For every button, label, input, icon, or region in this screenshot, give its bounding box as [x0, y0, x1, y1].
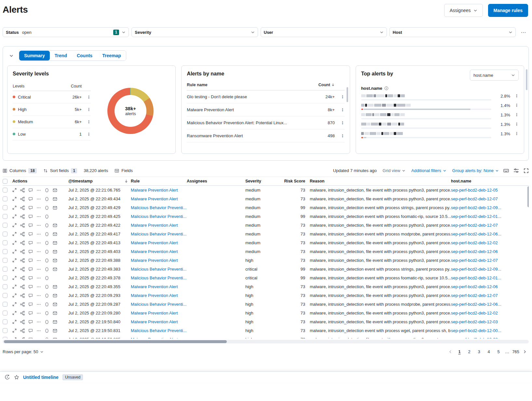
- row-menu-icon[interactable]: ⋮: [87, 109, 91, 111]
- analyzer-icon[interactable]: [20, 214, 25, 219]
- row-checkbox[interactable]: [3, 240, 7, 245]
- page-button-3[interactable]: 3: [475, 347, 483, 356]
- expand-alert-icon[interactable]: [12, 328, 17, 333]
- expand-alert-icon[interactable]: [12, 188, 17, 192]
- chart-tab[interactable]: Counts: [72, 51, 97, 60]
- col-severity[interactable]: Severity: [245, 179, 281, 183]
- comment-icon[interactable]: [28, 241, 33, 245]
- reason-cell[interactable]: malware, intrusion_detection, file event…: [310, 196, 451, 201]
- row-checkbox[interactable]: [3, 311, 7, 315]
- severity-filter[interactable]: Severity: [131, 27, 258, 37]
- expand-alert-icon[interactable]: [12, 302, 17, 306]
- session-view-icon[interactable]: [45, 258, 49, 263]
- host-link[interactable]: sep-perf-bcd2-deb-12-03: [451, 319, 498, 324]
- row-checkbox[interactable]: [3, 284, 7, 289]
- row-checkbox[interactable]: [3, 196, 7, 201]
- expand-alert-icon[interactable]: [12, 241, 17, 245]
- row-menu-icon[interactable]: ⋮: [341, 96, 345, 98]
- col-timestamp[interactable]: @timestamp: [68, 179, 131, 183]
- host-link[interactable]: sep-perf-bcd2-deb-12-00...: [451, 328, 501, 333]
- analyzer-icon[interactable]: [20, 206, 25, 210]
- comment-icon[interactable]: [28, 267, 33, 272]
- analyzer-icon[interactable]: [20, 197, 25, 201]
- analyzer-icon[interactable]: [20, 337, 25, 339]
- page-button-4[interactable]: 4: [484, 347, 493, 356]
- host-link[interactable]: sep-perf-bcd2-deb-12-07: [451, 196, 498, 201]
- row-checkbox[interactable]: [3, 275, 7, 280]
- additional-filters-button[interactable]: Additional filters: [411, 168, 446, 173]
- row-checkbox[interactable]: [3, 293, 7, 298]
- session-view-icon[interactable]: [45, 206, 49, 210]
- row-menu-icon[interactable]: ⋮: [341, 109, 345, 111]
- rule-link[interactable]: Malware Prevention Alert: [131, 319, 178, 324]
- fullscreen-icon[interactable]: [524, 168, 529, 173]
- comment-icon[interactable]: [28, 320, 33, 324]
- expand-alert-icon[interactable]: [12, 206, 17, 210]
- reason-cell[interactable]: malware, intrusion_detection event with …: [310, 275, 451, 280]
- reason-cell[interactable]: malware, intrusion_detection event with …: [310, 232, 451, 236]
- more-actions-icon[interactable]: [36, 328, 41, 333]
- reason-cell[interactable]: malware, intrusion_detection, file event…: [310, 311, 451, 315]
- comment-icon[interactable]: [28, 258, 33, 263]
- session-view-icon[interactable]: [45, 223, 49, 228]
- next-page-icon[interactable]: [521, 350, 528, 354]
- session-view-icon[interactable]: [45, 241, 49, 245]
- charts-scrollbar[interactable]: [526, 69, 527, 90]
- more-actions-icon[interactable]: [36, 276, 41, 280]
- expand-alert-icon[interactable]: [12, 223, 17, 227]
- row-checkbox[interactable]: [3, 205, 7, 210]
- expand-alert-icon[interactable]: [12, 276, 17, 280]
- rule-link[interactable]: Malware Prevention Alert: [131, 196, 178, 201]
- row-checkbox[interactable]: [3, 319, 7, 324]
- session-view-icon[interactable]: [45, 276, 49, 280]
- previous-page-icon[interactable]: [447, 350, 454, 354]
- page-button-2[interactable]: 2: [465, 347, 473, 356]
- display-options-icon[interactable]: [513, 168, 519, 173]
- rows-per-page-button[interactable]: Rows per page: 50: [3, 349, 44, 354]
- analyzer-icon[interactable]: [20, 293, 25, 298]
- more-actions-icon[interactable]: [36, 241, 41, 245]
- reason-cell[interactable]: malware, intrusion_detection event with …: [310, 328, 451, 333]
- more-actions-icon[interactable]: [36, 302, 41, 307]
- comment-icon[interactable]: [28, 223, 33, 228]
- row-checkbox[interactable]: [3, 223, 7, 228]
- row-menu-icon[interactable]: ⋮: [515, 133, 519, 135]
- expand-alert-icon[interactable]: [12, 197, 17, 201]
- sort-descending-icon[interactable]: [124, 179, 128, 183]
- row-menu-icon[interactable]: ⋮: [515, 104, 519, 106]
- info-icon[interactable]: [384, 86, 389, 90]
- analyzer-icon[interactable]: [20, 232, 25, 236]
- more-actions-icon[interactable]: [36, 293, 41, 298]
- host-link[interactable]: sep-perf-bcd2-deb-12-02: [451, 311, 498, 315]
- session-view-icon[interactable]: [45, 311, 49, 315]
- row-checkbox[interactable]: [3, 267, 7, 272]
- host-link[interactable]: sep-perf-bcd2-deb-12-03: [451, 337, 498, 339]
- page-button-1[interactable]: 1: [455, 347, 464, 356]
- email-icon[interactable]: [53, 320, 57, 324]
- comment-icon[interactable]: [28, 302, 33, 307]
- email-icon[interactable]: [53, 232, 57, 236]
- row-checkbox[interactable]: [3, 249, 7, 254]
- select-all-checkbox[interactable]: [3, 179, 7, 184]
- comment-icon[interactable]: [28, 197, 33, 201]
- comment-icon[interactable]: [28, 293, 33, 298]
- rule-link[interactable]: Malicious Behavior Preventi...: [131, 214, 186, 219]
- table-vertical-scrollbar[interactable]: [527, 186, 529, 207]
- more-actions-icon[interactable]: [36, 311, 41, 315]
- reason-cell[interactable]: malware, intrusion_detection, file event…: [310, 258, 451, 263]
- host-link[interactable]: sep-perf-bcd2-deb-12-07: [451, 258, 498, 263]
- email-icon[interactable]: [53, 249, 57, 254]
- rule-link[interactable]: Malware Prevention Alert: [131, 258, 178, 263]
- comment-icon[interactable]: [28, 337, 33, 339]
- keyboard-shortcuts-icon[interactable]: [503, 168, 509, 173]
- analyzer-icon[interactable]: [20, 276, 25, 280]
- collapse-charts-icon[interactable]: [9, 53, 14, 58]
- col-rule[interactable]: Rule: [131, 179, 187, 183]
- email-icon[interactable]: [53, 197, 57, 201]
- host-link[interactable]: sep-perf-bcd2-deb-12-01...: [451, 214, 501, 219]
- host-link[interactable]: sep-perf-bcd2-deb-12-07: [451, 223, 498, 228]
- host-link[interactable]: sep-perf-bcd2-deb-12-06...: [451, 232, 501, 236]
- comment-icon[interactable]: [28, 214, 33, 219]
- reason-cell[interactable]: malware, intrusion_detection, file event…: [310, 188, 451, 193]
- page-button-5[interactable]: 5: [494, 347, 503, 356]
